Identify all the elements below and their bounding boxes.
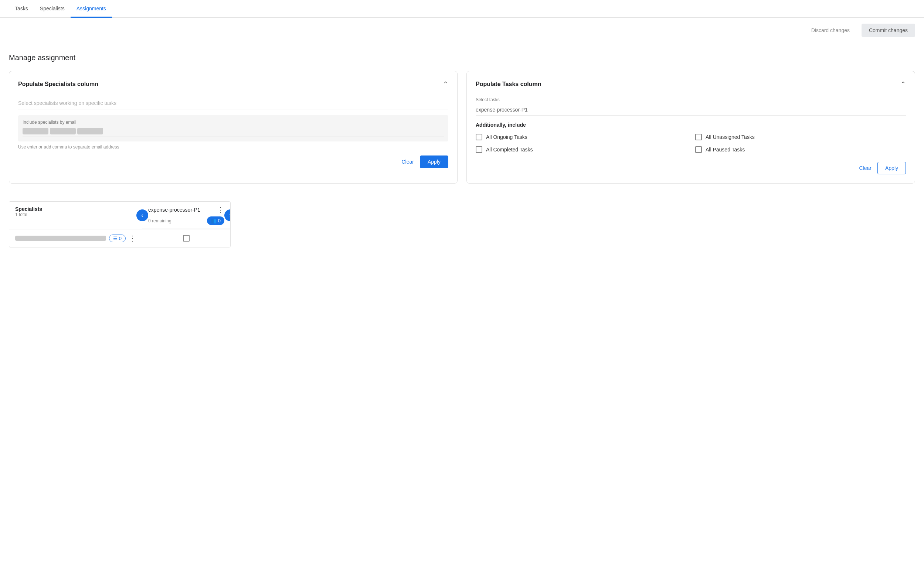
specialists-search-input[interactable] [18,97,448,109]
tasks-apply-button[interactable]: Apply [878,162,906,174]
checkbox-ongoing-box[interactable] [476,134,482,141]
specialist-dots-menu[interactable]: ⋮ [129,234,136,243]
checkbox-unassigned-box[interactable] [695,134,702,141]
assignment-table: Specialists 1 total ‹ expense-processor-… [9,201,231,247]
email-tag-2 [50,128,76,135]
page-title: Manage assignment [9,54,915,62]
specialists-apply-button[interactable]: Apply [420,156,448,168]
list-icon: ☰ [113,236,117,241]
tasks-card-actions: Clear Apply [476,162,906,174]
email-tag-3 [77,128,103,135]
table-header-row: Specialists 1 total ‹ expense-processor-… [9,202,230,229]
specialists-clear-button[interactable]: Clear [402,159,414,165]
checkbox-ongoing[interactable]: All Ongoing Tasks [476,134,686,141]
commit-button[interactable]: Commit changes [861,24,915,37]
tab-assignments[interactable]: Assignments [70,0,112,18]
checkbox-paused-label: All Paused Tasks [706,147,745,153]
specialist-count-badge[interactable]: ☰ 0 [109,235,126,242]
checkbox-completed[interactable]: All Completed Tasks [476,146,686,153]
specialists-card-collapse-icon[interactable]: ⌃ [443,80,448,88]
task-menu-icon[interactable]: ⋮ [217,205,224,214]
tasks-card-header: Populate Tasks column ⌃ [476,80,906,88]
toolbar: Discard changes Commit changes [0,18,924,43]
tasks-select-input[interactable] [476,104,906,116]
email-section: Include specialists by email [18,115,448,141]
top-navigation: Tasks Specialists Assignments [0,0,924,18]
specialist-count: 0 [119,236,122,241]
table-data-row: ☰ 0 ⋮ [9,229,230,247]
specialists-col-header: Specialists 1 total [9,202,142,229]
task-remaining: 0 remaining [148,218,171,223]
tasks-card: Populate Tasks column ⌃ Select tasks Add… [466,71,915,184]
specialist-cell: ☰ 0 ⋮ [9,229,142,247]
checkboxes-grid: All Ongoing Tasks All Unassigned Tasks A… [476,134,906,153]
prev-task-button[interactable]: ‹ [136,209,148,221]
assignment-badge: 👥 0 [207,217,224,225]
tab-tasks[interactable]: Tasks [9,0,34,18]
discard-button[interactable]: Discard changes [806,24,856,36]
task-col-wrapper: ‹ expense-processor-P1 ⋮ 0 remaining 👥 0 [142,202,230,229]
specialist-actions: ☰ 0 ⋮ [109,234,136,243]
specialists-col-title: Specialists [15,206,136,212]
main-content: Manage assignment Populate Specialists c… [0,43,924,258]
specialists-col-subtitle: 1 total [15,212,136,217]
task-name-row: expense-processor-P1 ⋮ [148,205,224,214]
checkbox-unassigned[interactable]: All Unassigned Tasks [695,134,906,141]
tasks-clear-button[interactable]: Clear [860,165,872,171]
tasks-card-collapse-icon[interactable]: ⌃ [900,80,906,88]
checkbox-completed-box[interactable] [476,146,482,153]
email-tag-1 [22,128,48,135]
specialists-card-header: Populate Specialists column ⌃ [18,80,448,88]
email-tags [22,128,444,137]
task-checkbox[interactable] [183,235,190,242]
task-assignment-cell[interactable] [142,229,230,247]
email-hint: Use enter or add comma to separate email… [18,144,448,150]
tab-specialists[interactable]: Specialists [34,0,70,18]
specialists-card: Populate Specialists column ⌃ Include sp… [9,71,458,184]
checkbox-ongoing-label: All Ongoing Tasks [486,134,527,140]
specialists-search-field [18,97,448,109]
checkbox-unassigned-label: All Unassigned Tasks [706,134,755,140]
checkbox-paused-box[interactable] [695,146,702,153]
task-name: expense-processor-P1 [148,207,200,213]
assignment-table-section: Specialists 1 total ‹ expense-processor-… [9,201,915,247]
cards-row: Populate Specialists column ⌃ Include sp… [9,71,915,184]
tasks-card-title: Populate Tasks column [476,81,542,88]
additionally-include-label: Additionally, include [476,122,906,128]
assignment-count: 0 [218,218,220,223]
specialists-card-actions: Clear Apply [18,156,448,168]
tasks-select-label: Select tasks [476,97,906,102]
specialists-card-title: Populate Specialists column [18,81,98,88]
email-section-label: Include specialists by email [22,120,444,125]
people-icon: 👥 [211,218,217,223]
specialist-name [15,236,106,241]
checkbox-paused[interactable]: All Paused Tasks [695,146,906,153]
tasks-select-field: Select tasks [476,97,906,116]
task-col-bottom: 0 remaining 👥 0 [148,217,224,225]
checkbox-completed-label: All Completed Tasks [486,147,533,153]
